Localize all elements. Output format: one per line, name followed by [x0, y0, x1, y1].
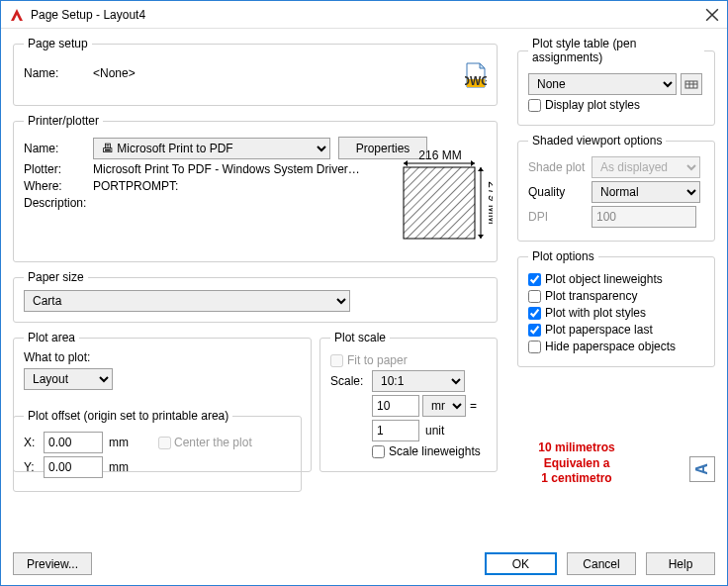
page-setup-name-label: Name: — [24, 66, 93, 80]
paper-size-legend: Paper size — [24, 270, 88, 284]
plot-paperspace-last-checkbox[interactable] — [528, 324, 541, 337]
close-icon[interactable] — [705, 8, 719, 22]
ok-button[interactable]: OK — [485, 552, 557, 575]
orientation-arrow-icon[interactable]: A — [689, 456, 715, 482]
quality-label: Quality — [528, 185, 592, 199]
offset-x-label: X: — [24, 436, 44, 449]
offset-y-unit: mm — [109, 460, 129, 474]
paper-size-group: Paper size Carta — [13, 270, 498, 323]
printer-name-label: Name: — [24, 142, 93, 155]
plot-transparency-label: Plot transparency — [545, 289, 637, 303]
description-label: Description: — [24, 196, 93, 210]
offset-x-unit: mm — [109, 436, 138, 449]
printer-group: Printer/plotter Name: 🖶 Microsoft Print … — [13, 114, 498, 262]
plot-area-legend: Plot area — [24, 331, 79, 344]
shade-plot-select: As displayed — [592, 156, 700, 178]
plot-lineweights-label: Plot object lineweights — [545, 272, 663, 286]
unit-label: unit — [425, 424, 444, 438]
plot-options-legend: Plot options — [528, 249, 598, 263]
paper-preview-icon: 216 MM 279 MM — [386, 149, 493, 244]
plot-style-table-icon — [684, 78, 698, 90]
app-logo-icon — [9, 7, 25, 23]
plot-options-group: Plot options Plot object lineweights Plo… — [517, 249, 715, 367]
equals-label: = — [470, 399, 477, 413]
cancel-button[interactable]: Cancel — [567, 552, 636, 575]
svg-text:216 MM: 216 MM — [418, 149, 461, 162]
plot-offset-legend: Plot offset (origin set to printable are… — [24, 409, 232, 423]
dpi-input — [592, 206, 696, 228]
page-setup-dialog: Page Setup - Layout4 Page setup Name: <N… — [0, 0, 728, 586]
scale-numerator-input[interactable] — [372, 395, 419, 417]
plot-style-select[interactable]: None — [528, 73, 677, 95]
plot-style-group: Plot style table (pen assignments) None … — [517, 37, 715, 126]
offset-y-input[interactable] — [44, 456, 103, 478]
plot-lineweights-checkbox[interactable] — [528, 273, 541, 286]
shaded-viewport-legend: Shaded viewport options — [528, 134, 666, 147]
where-value: PORTPROMPT: — [93, 179, 178, 193]
scale-lineweights-checkbox[interactable] — [372, 445, 385, 458]
shaded-viewport-group: Shaded viewport options Shade plotAs dis… — [517, 134, 715, 242]
display-plot-styles-checkbox[interactable] — [528, 99, 541, 112]
plot-style-edit-button[interactable] — [681, 73, 702, 95]
display-plot-styles-label: Display plot styles — [545, 98, 640, 112]
plot-scale-group: Plot scale Fit to paper Scale:10:1 mm = … — [319, 331, 498, 472]
button-bar: Preview... OK Cancel Help — [13, 552, 715, 575]
fit-to-paper-checkbox — [330, 354, 343, 367]
svg-text:279 MM: 279 MM — [486, 181, 493, 224]
plot-with-styles-checkbox[interactable] — [528, 307, 541, 320]
what-to-plot-select[interactable]: Layout — [24, 368, 113, 390]
scale-select[interactable]: 10:1 — [372, 370, 465, 392]
page-setup-group: Page setup Name: <None> DWG — [13, 37, 498, 106]
preview-button[interactable]: Preview... — [13, 552, 92, 575]
svg-rect-6 — [404, 167, 475, 239]
dpi-label: DPI — [528, 210, 592, 224]
plot-transparency-checkbox[interactable] — [528, 290, 541, 303]
where-label: Where: — [24, 179, 93, 193]
quality-select[interactable]: Normal — [592, 181, 700, 203]
page-setup-name-value: <None> — [93, 66, 136, 80]
plotter-label: Plotter: — [24, 162, 93, 176]
plot-style-legend: Plot style table (pen assignments) — [528, 37, 704, 64]
scale-denominator-input[interactable] — [372, 420, 419, 441]
printer-legend: Printer/plotter — [24, 114, 103, 128]
plot-paperspace-last-label: Plot paperspace last — [545, 323, 653, 337]
printer-name-select[interactable]: 🖶 Microsoft Print to PDF — [93, 138, 330, 159]
paper-size-select[interactable]: Carta — [24, 290, 350, 312]
window-title: Page Setup - Layout4 — [31, 8, 705, 22]
shade-plot-label: Shade plot — [528, 160, 592, 174]
page-setup-legend: Page setup — [24, 37, 92, 50]
plotter-value: Microsoft Print To PDF - Windows System … — [93, 162, 360, 176]
help-button[interactable]: Help — [646, 552, 715, 575]
scale-label: Scale: — [330, 374, 372, 388]
offset-x-input[interactable] — [44, 432, 103, 453]
center-plot-checkbox — [158, 437, 171, 449]
fit-to-paper-label: Fit to paper — [347, 353, 408, 367]
annotation-text: 10 milimetros Equivalen a 1 centimetro — [517, 440, 636, 487]
what-to-plot-label: What to plot: — [24, 350, 301, 364]
plot-with-styles-label: Plot with plot styles — [545, 306, 646, 320]
hide-paperspace-checkbox[interactable] — [528, 341, 541, 353]
plot-scale-legend: Plot scale — [330, 331, 390, 344]
offset-y-label: Y: — [24, 460, 44, 474]
scale-unit-select[interactable]: mm — [422, 395, 466, 417]
scale-lineweights-label: Scale lineweights — [389, 444, 481, 458]
dwg-icon: DWG — [465, 62, 487, 88]
titlebar: Page Setup - Layout4 — [1, 1, 727, 29]
center-plot-label: Center the plot — [174, 436, 252, 449]
svg-text:DWG: DWG — [465, 74, 487, 88]
hide-paperspace-label: Hide paperspace objects — [545, 340, 676, 353]
